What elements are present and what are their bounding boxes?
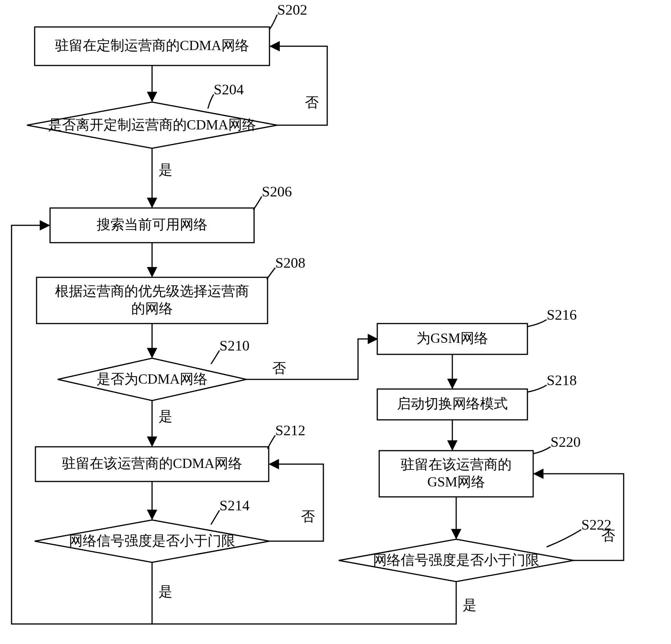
node-s216: 为GSM网络 S216 — [377, 307, 577, 354]
node-s202: 驻留在定制运营商的CDMA网络 S202 — [35, 2, 307, 65]
label-s212: S212 — [275, 422, 305, 438]
node-s222-text: 网络信号强度是否小于门限 — [373, 552, 539, 568]
branch-s210-no: 否 — [272, 361, 286, 376]
edge-s214-no: 否 — [269, 464, 323, 541]
node-s218: 启动切换网络模式 S218 — [377, 372, 577, 420]
node-s208: 根据运营商的优先级选择运营商 的网络 S208 — [37, 255, 305, 324]
node-s202-text: 驻留在定制运营商的CDMA网络 — [55, 38, 249, 53]
branch-s204-no: 否 — [305, 95, 319, 110]
branch-s214-yes: 是 — [159, 584, 172, 599]
node-s220-text-l1: 驻留在该运营商的 — [401, 457, 512, 472]
branch-s214-no: 否 — [301, 509, 315, 524]
edge-s204-yes: 是 — [152, 148, 172, 207]
label-s208: S208 — [275, 255, 305, 271]
node-s212-text: 驻留在该运营商的CDMA网络 — [62, 456, 242, 471]
node-s214-text: 网络信号强度是否小于门限 — [69, 533, 235, 548]
label-s214: S214 — [219, 497, 249, 513]
node-s204-text: 是否离开定制运营商的CDMA网络 — [48, 117, 256, 132]
node-s210: 是否为CDMA网络 S210 — [58, 337, 249, 401]
edge-s210-yes: 是 — [152, 401, 172, 446]
node-s208-text-l1: 根据运营商的优先级选择运营商 — [55, 283, 249, 299]
node-s218-text: 启动切换网络模式 — [397, 396, 508, 411]
node-s206: 搜索当前可用网络 S206 — [50, 183, 292, 243]
label-s216: S216 — [547, 307, 577, 323]
edge-s214-yes: 是 — [152, 562, 172, 624]
branch-s222-yes: 是 — [463, 597, 477, 613]
node-s220-text-l2: GSM网络 — [427, 474, 485, 490]
node-s206-text: 搜索当前可用网络 — [97, 217, 207, 232]
node-s222: 网络信号强度是否小于门限 S222 — [339, 517, 611, 582]
edge-s222-yes: 是 — [152, 582, 477, 624]
label-s218: S218 — [547, 372, 577, 388]
node-s208-text-l2: 的网络 — [131, 301, 173, 316]
branch-s210-yes: 是 — [159, 409, 172, 424]
flowchart-canvas: 驻留在定制运营商的CDMA网络 S202 是否离开定制运营商的CDMA网络 S2… — [0, 0, 671, 644]
edge-s204-no: 否 — [270, 46, 327, 125]
branch-s204-yes: 是 — [159, 162, 172, 178]
label-s206: S206 — [262, 183, 292, 200]
label-s202: S202 — [277, 2, 307, 18]
node-s220: 驻留在该运营商的 GSM网络 S220 — [379, 434, 581, 497]
label-s220: S220 — [551, 434, 581, 450]
node-s210-text: 是否为CDMA网络 — [97, 371, 207, 387]
node-s212: 驻留在该运营商的CDMA网络 S212 — [35, 422, 305, 481]
edge-s210-no: 否 — [246, 339, 377, 379]
label-s204: S204 — [214, 81, 244, 97]
branch-s222-no: 否 — [601, 528, 615, 543]
node-s216-text: 为GSM网络 — [417, 330, 488, 346]
label-s210: S210 — [219, 337, 249, 354]
